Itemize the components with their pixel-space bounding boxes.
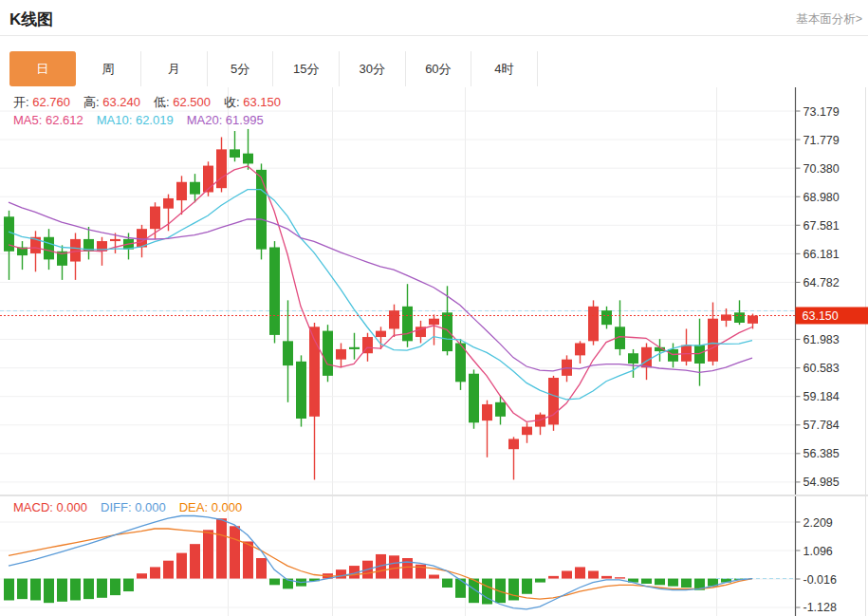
macd-bar [243,541,253,578]
candle-body [442,312,452,351]
legend-item: DEA: 0.000 [179,500,243,514]
macd-bar [389,555,399,578]
legend-item: MA20: 61.995 [187,113,264,127]
candle-body [548,378,559,424]
price-gridlines [0,87,795,495]
macd-bar [17,579,28,600]
candle-body [588,307,599,342]
current-price-badge-label: 63.150 [803,309,839,323]
candle-body [243,154,253,164]
candle-body [429,319,439,325]
macd-bar [176,553,187,579]
legend-item: 高: 63.240 [83,95,140,109]
legend-item: 开: 62.760 [13,95,70,109]
fundamental-analysis-link[interactable]: 基本面分析> [796,11,862,28]
macd-bar [522,579,532,594]
widget-header: K线图 基本面分析> [0,0,868,36]
price-tick-label: 56.385 [803,447,840,460]
candle-body [70,239,81,262]
candle-body [349,347,360,349]
candle-body [269,248,280,335]
macd-bar [190,544,200,578]
macd-bar [681,579,692,588]
macd-bar [44,579,54,604]
macd-bar [455,579,466,598]
macd-tick-label: -1.128 [803,601,837,614]
tab-30分[interactable]: 30分 [340,51,406,86]
price-tick-label: 67.581 [803,219,840,233]
macd-bar [57,579,67,602]
macd-bar [655,579,665,586]
candle-body [336,349,346,360]
candlestick-chart[interactable]: 73.17971.77970.38068.98067.58166.18164.7… [0,87,868,495]
macd-bar [562,570,572,578]
macd-bar [110,579,120,596]
candle-body [44,237,54,260]
tab-4时[interactable]: 4时 [471,51,538,86]
ma5-line [9,166,752,421]
candle-body [601,310,612,325]
macd-bar [230,526,240,578]
kline-widget: K线图 基本面分析> 日周月5分15分30分60分4时 开: 62.760高: … [0,0,868,616]
candle-body [708,319,718,362]
macd-axis: 2.2091.096-0.016-1.128 [796,495,866,616]
price-tick-label: 59.184 [803,390,840,403]
candle-body [402,307,413,342]
candle-body [216,149,227,188]
macd-bar [163,561,174,579]
price-tick-label: 60.583 [803,362,840,375]
macd-bar [216,518,227,578]
tab-5分[interactable]: 5分 [208,51,274,86]
macd-tick-label: -0.016 [803,573,837,587]
macd-bar [508,579,519,601]
macd-bar [615,577,625,578]
tab-周[interactable]: 周 [76,51,142,86]
macd-bar [269,579,280,586]
candle-body [495,402,506,417]
tab-日[interactable]: 日 [9,51,76,86]
candle-body [176,182,187,200]
macd-bar [256,558,267,579]
candle-body [748,315,758,323]
candle-body [628,353,638,364]
legend-item: MA10: 62.019 [97,113,174,127]
candles-layer [4,129,758,480]
macd-tick-label: 1.096 [803,545,833,558]
ma-legend: MA5: 62.612MA10: 62.019MA20: 61.995 [13,113,277,127]
candle-body [150,207,160,230]
price-tick-label: 57.784 [803,419,840,432]
macd-bar [137,573,147,578]
price-tick-label: 66.181 [803,248,840,261]
candle-body [230,149,240,158]
macd-bar [97,579,107,598]
candle-body [376,331,386,337]
candle-body [110,239,120,241]
candle-body [734,312,745,323]
ohlc-legend: 开: 62.760高: 63.240低: 62.500收: 63.150 [13,94,294,111]
macd-bar [601,576,612,579]
macd-bar [402,558,413,579]
page-title: K线图 [9,9,53,30]
macd-histogram [4,518,745,604]
legend-item: 低: 62.500 [154,95,211,109]
price-tick-label: 64.782 [803,276,840,289]
macd-tick-label: 2.209 [803,516,833,530]
candle-body [469,374,479,423]
tab-60分[interactable]: 60分 [406,51,472,86]
price-tick-label: 70.380 [803,162,840,176]
macd-bar [83,579,94,600]
macd-legend: MACD: 0.000DIFF: 0.000DEA: 0.000 [13,500,255,514]
candle-body [190,182,200,195]
macd-bar [641,579,652,584]
macd-bar [442,579,452,588]
tab-15分[interactable]: 15分 [273,51,340,86]
candle-body [508,439,519,449]
legend-item: MA5: 62.612 [13,113,83,127]
macd-bar [30,579,41,601]
candle-body [163,198,174,209]
macd-bar [123,579,134,591]
candle-body [522,427,532,436]
macd-bar [548,576,559,579]
legend-item: MACD: 0.000 [13,500,87,514]
tab-月[interactable]: 月 [141,51,208,86]
